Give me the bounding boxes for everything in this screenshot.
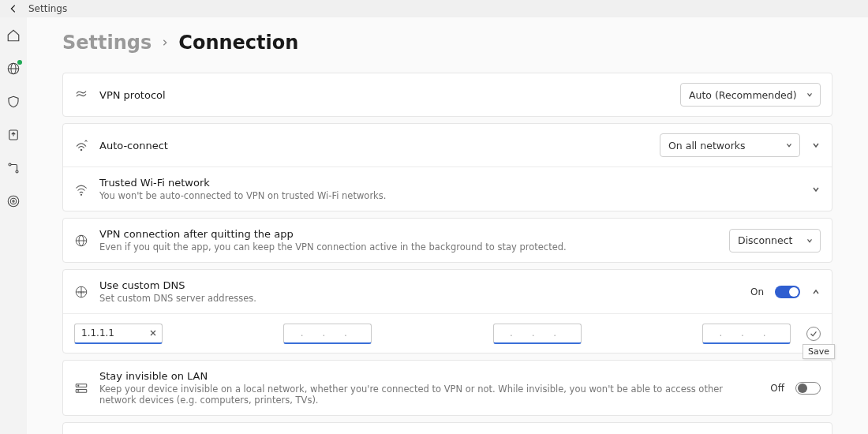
protocol-icon [74,88,88,102]
sidebar-target-icon[interactable] [6,194,21,208]
svg-point-9 [80,194,81,195]
dns-placeholder: . . . [500,327,574,339]
card-auto-connect: Auto-connect On all networks [62,123,832,211]
svg-point-6 [10,198,17,204]
row-title: VPN protocol [99,89,669,101]
globe-icon [74,234,88,248]
svg-point-3 [9,163,11,166]
dns-input-3[interactable]: . . . [493,324,582,344]
select-value: Auto (Recommended) [689,89,797,101]
stay-invisible-toggle[interactable] [795,382,821,395]
sidebar-shield-icon[interactable] [6,95,21,109]
svg-point-8 [80,149,82,151]
card-after-quit: VPN connection after quitting the app Ev… [62,218,832,263]
content-area: Settings Connection VPN protocol [27,17,868,434]
dns-placeholder: . . . [290,327,365,339]
status-dot-icon [17,60,22,65]
custom-dns-toggle[interactable] [775,286,800,298]
collapse-toggle[interactable] [811,287,821,297]
window-title: Settings [28,3,67,14]
back-button[interactable] [8,3,19,14]
row-subtitle: Even if you quit the app, you can keep t… [99,241,718,253]
titlebar: Settings [0,0,868,17]
expand-toggle[interactable] [811,140,821,150]
wifi-icon [74,182,88,196]
chevron-down-icon [806,237,814,245]
row-subtitle: Keep your device invisible on a local ne… [99,383,759,406]
row-title: Use custom DNS [99,279,739,291]
chevron-down-icon [785,141,793,149]
sidebar-globe-icon[interactable] [6,62,21,76]
breadcrumb: Settings Connection [62,32,832,54]
breadcrumb-current: Connection [178,32,298,54]
svg-text:DNS: DNS [78,291,85,294]
toggle-label: Off [770,383,784,394]
row-title: Stay invisible on LAN [99,370,759,382]
svg-point-5 [8,196,19,207]
card-remote-access: Allow remote access while connected to V… [62,422,832,434]
row-title: VPN connection after quitting the app [99,228,718,240]
save-tooltip: Save [803,344,835,359]
select-value: On all networks [668,140,746,152]
sidebar-home-icon[interactable] [6,28,21,43]
row-subtitle: Set custom DNS server addresses. [99,293,739,304]
save-button[interactable] [806,327,821,341]
sidebar-routing-icon[interactable] [6,161,21,175]
card-custom-dns: DNS Use custom DNS Set custom DNS server… [62,269,832,354]
dns-icon: DNS [74,285,88,299]
clear-icon[interactable] [149,329,157,337]
card-stay-invisible: Stay invisible on LAN Keep your device i… [62,360,832,416]
svg-point-7 [13,200,14,202]
autoconnect-icon [74,138,88,152]
svg-point-4 [16,170,18,173]
dns-input-4[interactable]: . . . [702,324,791,344]
toggle-label: On [750,286,764,297]
lan-icon [74,381,88,395]
vpn-protocol-select[interactable]: Auto (Recommended) [680,83,821,107]
svg-point-16 [78,385,79,386]
expand-toggle[interactable] [811,185,821,194]
row-subtitle: You won't be auto-connected to VPN on tr… [99,190,800,201]
chevron-down-icon [806,91,814,99]
after-quit-select[interactable]: Disconnect [729,229,821,253]
sidebar-upload-icon[interactable] [6,128,21,142]
sidebar [0,17,27,434]
row-title: Auto-connect [99,140,649,152]
row-title: Trusted Wi-Fi network [99,177,800,189]
dns-input-1[interactable]: 1.1.1.1 [74,324,163,344]
dns-input-2[interactable]: . . . [283,324,372,344]
dns-value: 1.1.1.1 [81,327,114,339]
select-value: Disconnect [738,234,792,246]
svg-point-17 [78,390,79,391]
breadcrumb-parent[interactable]: Settings [62,32,152,54]
chevron-right-icon [161,39,169,47]
dns-placeholder: . . . [709,327,784,339]
auto-connect-select[interactable]: On all networks [660,133,800,157]
card-vpn-protocol: VPN protocol Auto (Recommended) [62,73,832,117]
